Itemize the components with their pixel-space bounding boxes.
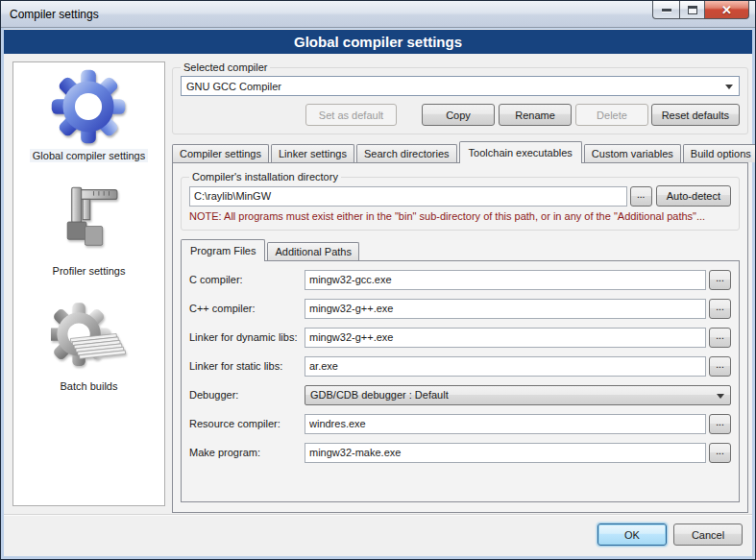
window-controls: ✕	[653, 1, 749, 19]
browse-button[interactable]: ...	[709, 356, 731, 377]
field-label: C compiler:	[189, 274, 305, 285]
maximize-icon	[688, 6, 697, 14]
sidebar-item-label: Global compiler settings	[30, 149, 148, 162]
browse-button[interactable]: ...	[709, 414, 731, 434]
field-label: Linker for dynamic libs:	[189, 331, 305, 343]
field-label: Debugger:	[189, 389, 305, 401]
installation-note: NOTE: All programs must exist either in …	[189, 210, 731, 222]
browse-button[interactable]: ...	[709, 328, 731, 348]
close-button[interactable]: ✕	[704, 1, 749, 19]
maximize-button[interactable]	[679, 1, 705, 19]
resource-compiler-input[interactable]	[305, 414, 706, 434]
page-title: Global compiler settings	[294, 34, 462, 50]
dialog-client-area: Global compiler settings	[4, 29, 752, 556]
linker-static-input[interactable]	[305, 356, 706, 377]
cpp-compiler-row: C++ compiler: ...	[189, 294, 731, 323]
tab-compiler-settings[interactable]: Compiler settings	[172, 144, 269, 162]
tab-build-options[interactable]: Build options	[683, 144, 756, 162]
make-program-row: Make program: ...	[189, 438, 731, 467]
sidebar-item-label: Profiler settings	[50, 264, 129, 278]
selected-compiler-select[interactable]: GNU GCC Compiler	[181, 76, 740, 96]
program-files-panel: C compiler: ... C++ compiler: ... Linker…	[181, 260, 740, 502]
linker-dynamic-input[interactable]	[305, 328, 706, 348]
browse-button[interactable]: ...	[709, 299, 731, 319]
debugger-row: Debugger: GDB/CDB debugger : Default	[189, 380, 731, 409]
compiler-actions: Set as default Copy Rename Delete Reset …	[181, 104, 740, 126]
sidebar-item-global-compiler-settings[interactable]: Global compiler settings	[30, 68, 148, 162]
selected-compiler-value: GNU GCC Compiler	[186, 81, 281, 92]
delete-button[interactable]: Delete	[575, 104, 648, 126]
reset-defaults-button[interactable]: Reset defaults	[651, 104, 740, 126]
tab-linker-settings[interactable]: Linker settings	[271, 144, 354, 162]
field-label: Resource compiler:	[189, 418, 305, 429]
settings-tabs: Compiler settings Linker settings Search…	[172, 141, 748, 162]
selected-compiler-group: Selected compiler GNU GCC Compiler Set a…	[172, 61, 748, 134]
minimize-icon	[662, 9, 671, 12]
chevron-down-icon	[717, 394, 724, 399]
title-bar[interactable]: Compiler settings	[1, 1, 755, 28]
sidebar-item-profiler-settings[interactable]: Profiler settings	[50, 183, 129, 278]
gear-blue-icon	[51, 68, 126, 145]
sidebar-item-label: Batch builds	[58, 379, 121, 393]
tab-search-directories[interactable]: Search directories	[356, 144, 457, 162]
minimize-button[interactable]	[652, 1, 680, 19]
make-program-input[interactable]	[305, 443, 706, 463]
field-label: Linker for static libs:	[189, 360, 305, 372]
tab-toolchain-executables[interactable]: Toolchain executables	[459, 141, 582, 163]
browse-button[interactable]: ...	[709, 443, 731, 463]
installation-directory-legend: Compiler's installation directory	[189, 171, 341, 183]
auto-detect-button[interactable]: Auto-detect	[656, 185, 731, 207]
linker-static-row: Linker for static libs: ...	[189, 352, 731, 380]
program-tabs: Program Files Additional Paths	[181, 239, 740, 260]
toolchain-executables-panel: Compiler's installation directory ... Au…	[172, 162, 748, 513]
settings-category-list: Global compiler settings	[12, 61, 165, 506]
selected-compiler-legend: Selected compiler	[181, 61, 270, 73]
field-label: C++ compiler:	[189, 303, 305, 314]
copy-button[interactable]: Copy	[422, 104, 495, 126]
installation-directory-group: Compiler's installation directory ... Au…	[181, 171, 740, 231]
resource-compiler-row: Resource compiler: ...	[189, 409, 731, 438]
rename-button[interactable]: Rename	[499, 104, 572, 126]
chevron-down-icon	[725, 85, 733, 89]
linker-dynamic-row: Linker for dynamic libs: ...	[189, 323, 731, 352]
field-label: Make program:	[189, 447, 305, 458]
tab-custom-variables[interactable]: Custom variables	[584, 144, 681, 162]
debugger-select[interactable]: GDB/CDB debugger : Default	[305, 385, 731, 405]
browse-button[interactable]: ...	[709, 270, 731, 290]
compiler-settings-dialog: Compiler settings ✕ Global compiler sett…	[0, 0, 756, 560]
sidebar-item-batch-builds[interactable]: Batch builds	[51, 299, 128, 393]
window-title: Compiler settings	[10, 8, 99, 21]
cpp-compiler-input[interactable]	[305, 299, 706, 319]
main-settings-area: Selected compiler GNU GCC Compiler Set a…	[172, 61, 748, 513]
caliper-icon	[53, 183, 126, 260]
cancel-button[interactable]: Cancel	[673, 523, 743, 546]
tab-program-files[interactable]: Program Files	[181, 239, 265, 261]
installation-directory-input[interactable]	[189, 186, 627, 207]
page-header: Global compiler settings	[4, 30, 752, 54]
dialog-footer: OK Cancel	[4, 514, 752, 556]
close-icon: ✕	[721, 3, 732, 17]
debugger-value: GDB/CDB debugger : Default	[310, 389, 449, 401]
tab-additional-paths[interactable]: Additional Paths	[267, 242, 359, 260]
c-compiler-input[interactable]	[305, 270, 706, 290]
dialog-content: Global compiler settings	[4, 54, 752, 556]
c-compiler-row: C compiler: ...	[189, 265, 731, 294]
set-as-default-button[interactable]: Set as default	[305, 104, 397, 126]
browse-directory-button[interactable]: ...	[630, 186, 652, 207]
ok-button[interactable]: OK	[597, 523, 667, 546]
gear-stack-icon	[51, 299, 128, 376]
